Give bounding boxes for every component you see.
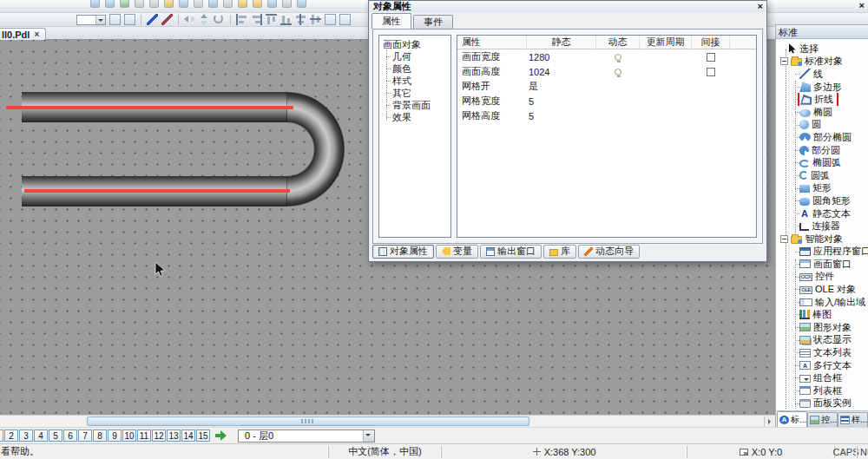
document-close-icon[interactable]: × [34,30,39,39]
palette-item-circle[interactable]: 圆 [776,119,868,132]
paste-properties-icon[interactable] [124,14,135,25]
toolbar-icon[interactable] [90,0,100,8]
palette-item-rectangle[interactable]: 矩形 [776,182,868,195]
dialog-close-icon[interactable]: × [758,2,763,11]
dialog-titlebar[interactable]: 对象属性 × [369,1,766,12]
layer-tab-11[interactable]: 11 [137,429,151,442]
layer-tab-12[interactable]: 12 [152,429,166,442]
palette-item-list-box[interactable]: 列表框 [776,384,868,397]
palette-item-connector[interactable]: 连接器 [776,220,868,233]
toolbar-icon[interactable] [179,0,188,8]
toolbar-icon[interactable] [267,0,277,8]
palette-item-ellipse[interactable]: 椭圆 [776,106,868,119]
indirect-checkbox[interactable] [707,68,715,76]
tags-button[interactable]: 变量 [436,245,478,259]
layer-tab-6[interactable]: 6 [63,429,77,442]
tree-item-colors[interactable]: 颜色 [379,62,450,75]
pipe-u-bend[interactable] [287,92,346,207]
property-row-grid-width[interactable]: 网格宽度 5 [457,94,756,108]
palette-item-rounded-rectangle[interactable]: 圆角矩形 [776,194,868,207]
dynamic-wizard-button[interactable]: 动态向导 [578,245,640,259]
scrollbar-thumb[interactable] [87,416,529,426]
copy-properties-icon[interactable] [109,14,121,25]
pen-blue-icon[interactable] [147,14,158,25]
toolbar-icon[interactable] [238,0,247,8]
palette-group-smart-objects[interactable]: 智能对象 [776,233,868,246]
tab-standard[interactable]: A标... [777,411,807,427]
palette-item-partial-circle[interactable]: 部分圆 [776,144,868,157]
toolbar-icon[interactable] [164,0,174,8]
rotate-icon[interactable] [214,14,223,23]
mirror-horizontal-icon[interactable] [184,14,195,25]
palette-item-polygon[interactable]: 多边形 [776,81,868,94]
layer-tab-4[interactable]: 4 [34,429,48,442]
layer-tab-7[interactable]: 7 [78,429,92,442]
tab-styles[interactable]: 样... [838,412,868,427]
layer-tab-8[interactable]: 8 [93,429,107,442]
layer-tab-5[interactable]: 5 [49,429,62,442]
palette-item-select[interactable]: 选择 [776,43,868,56]
tree-root-picture-object[interactable]: 画面对象 [379,38,450,50]
chevron-down-icon[interactable] [363,430,374,442]
toolbar-icon[interactable] [149,0,159,8]
palette-item-partial-ellipse[interactable]: 部分椭圆 [776,131,868,144]
output-window-button[interactable]: 输出窗口 [480,245,542,259]
toolbar-icon[interactable] [208,0,218,8]
scrollbar-right-arrow[interactable] [764,416,775,427]
tree-item-geometry[interactable]: 几何 [379,50,450,62]
toolbar-icon[interactable] [135,0,144,8]
toolbar-icon[interactable] [223,0,233,8]
align-right-icon[interactable] [251,14,262,25]
palette-item-control[interactable]: OCX控件 [776,271,868,284]
palette-group-standard-objects[interactable]: 标准对象 [776,56,868,69]
palette-item-graphic-object[interactable]: 图形对象 [776,321,868,334]
layer-tab-3[interactable]: 3 [19,429,33,442]
palette-item-io-field[interactable]: 输入/输出域 [776,296,868,309]
property-row-picture-height[interactable]: 画面高度 1024 [457,64,756,79]
dynamic-bulb-icon[interactable] [615,69,621,75]
tree-item-background-picture[interactable]: 背景画面 [379,99,450,111]
palette-item-static-text[interactable]: A静态文本 [776,207,868,220]
palette-item-multiline-text[interactable]: A多行文本 [776,359,868,372]
property-row-picture-width[interactable]: 画面宽度 1280 [457,49,756,64]
toolbar-icon[interactable] [194,0,203,8]
layer-tab-9[interactable]: 9 [108,429,122,442]
polyline-object-bottom[interactable] [24,189,290,193]
palette-item-ellipse-arc[interactable]: 椭圆弧 [776,156,868,169]
close-icon[interactable]: × [859,0,865,10]
zoom-combo[interactable] [76,15,106,25]
toolbar-icon[interactable] [253,0,262,8]
property-row-grid-height[interactable]: 网格高度 5 [457,108,756,123]
layer-tab-10[interactable]: 10 [122,429,136,442]
tab-controls[interactable]: 控... [807,412,838,427]
palette-item-picture-window[interactable]: 画面窗口 [776,258,868,271]
toolbar-icon[interactable] [282,0,292,8]
tree-item-effects[interactable]: 效果 [379,111,450,123]
layer-tab-14[interactable]: 14 [181,429,195,442]
chevron-down-icon[interactable] [95,16,105,24]
object-properties-button[interactable]: 对象属性 [372,245,434,259]
collapse-icon[interactable] [780,57,788,65]
palette-item-line[interactable]: 线 [776,68,868,81]
align-bottom-icon[interactable] [280,14,292,25]
active-layer-dropdown[interactable]: 0 - 层0 [238,429,375,443]
collapse-icon[interactable] [780,235,788,243]
indirect-checkbox[interactable] [707,53,715,62]
document-tab[interactable]: ll0.Pdl × [0,28,46,40]
align-left-icon[interactable] [236,14,247,25]
palette-item-text-list[interactable]: 文本列表 [776,346,868,359]
palette-item-circle-arc[interactable]: 圆弧 [776,169,868,182]
palette-item-bar-graph[interactable]: 棒图 [776,308,868,321]
layer-tab-1[interactable]: 1 [0,429,3,442]
align-top-icon[interactable] [266,14,277,25]
pen-red-icon[interactable] [161,14,173,25]
layer-tab-13[interactable]: 13 [167,429,181,442]
polyline-object-top[interactable] [6,106,293,109]
toolbar-icon[interactable] [120,0,129,8]
center-vertical-icon[interactable] [310,14,321,25]
canvas-horizontal-scrollbar[interactable] [0,415,775,427]
next-layer-arrow-icon[interactable] [215,430,227,441]
library-button[interactable]: 库 [543,245,576,259]
tab-events[interactable]: 事件 [413,15,453,29]
palette-item-combo-box[interactable]: 组合框 [776,371,868,384]
